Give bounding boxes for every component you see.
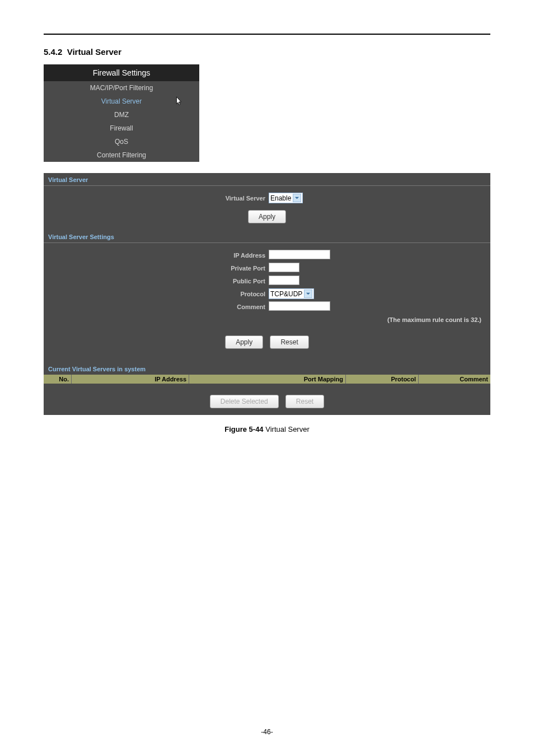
sidebar-item-label: Virtual Server — [101, 97, 142, 105]
section-heading: 5.4.2 Virtual Server — [44, 47, 490, 57]
sidebar-item-content-filtering[interactable]: Content Filtering — [44, 148, 199, 162]
sidebar-item-label: MAC/IP/Port Filtering — [90, 84, 153, 92]
sidebar-item-dmz[interactable]: DMZ — [44, 108, 199, 122]
section-number: 5.4.2 — [44, 47, 62, 57]
panel1-body: Virtual Server Enable Apply — [44, 186, 490, 230]
vs-enable-label: Virtual Server — [48, 195, 265, 202]
page-number: -46- — [0, 728, 534, 736]
reset-button[interactable]: Reset — [285, 395, 324, 408]
private-port-label: Private Port — [48, 265, 265, 272]
sidebar-item-label: QoS — [115, 138, 128, 146]
protocol-value: TCP&UDP — [270, 290, 302, 298]
section-title-text: Virtual Server — [67, 47, 121, 57]
comment-label: Comment — [48, 304, 265, 310]
sidebar-item-mac-ip-port[interactable]: MAC/IP/Port Filtering — [44, 81, 199, 95]
public-port-label: Public Port — [48, 278, 265, 284]
ip-address-label: IP Address — [48, 252, 265, 259]
cursor-icon — [174, 96, 184, 107]
figure-caption-text: Virtual Server — [265, 425, 310, 433]
sidebar-item-label: DMZ — [114, 111, 129, 119]
panel2-body: IP Address Private Port Public Port Prot… — [44, 243, 490, 362]
chevron-down-icon — [304, 290, 312, 298]
panel3-title: Current Virtual Servers in system — [44, 362, 490, 375]
panel3-body: Delete Selected Reset — [44, 384, 490, 415]
delete-selected-button[interactable]: Delete Selected — [210, 395, 279, 408]
figure-label: Figure 5-44 — [224, 425, 263, 433]
ip-address-input[interactable] — [269, 250, 330, 259]
reset-button[interactable]: Reset — [270, 335, 308, 349]
public-port-input[interactable] — [269, 276, 299, 285]
col-port: Port Mapping — [189, 375, 346, 384]
vs-enable-select[interactable]: Enable — [269, 193, 303, 203]
sidebar-item-firewall[interactable]: Firewall — [44, 122, 199, 135]
protocol-select[interactable]: TCP&UDP — [269, 288, 314, 299]
sidebar-header: Firewall Settings — [44, 64, 199, 81]
figure-caption: Figure 5-44 Virtual Server — [44, 425, 490, 433]
col-no: No. — [44, 375, 72, 384]
comment-input[interactable] — [269, 301, 330, 311]
col-protocol: Protocol — [346, 375, 419, 384]
sidebar-item-qos[interactable]: QoS — [44, 135, 199, 148]
sidebar-item-virtual-server[interactable]: Virtual Server — [44, 95, 199, 108]
config-panel: Virtual Server Virtual Server Enable App… — [44, 173, 490, 415]
sidebar-menu: Firewall Settings MAC/IP/Port Filtering … — [44, 64, 199, 162]
server-table-header: No. IP Address Port Mapping Protocol Com… — [44, 375, 490, 384]
col-ip: IP Address — [72, 375, 189, 384]
vs-enable-value: Enable — [270, 194, 291, 202]
col-comment: Comment — [419, 375, 490, 384]
panel2-title: Virtual Server Settings — [44, 230, 490, 243]
panel1-title: Virtual Server — [44, 173, 490, 186]
apply-button[interactable]: Apply — [225, 335, 263, 349]
rule-count-note: (The maximum rule count is 32.) — [48, 314, 486, 323]
chevron-down-icon — [293, 194, 301, 202]
page-rule — [44, 34, 490, 35]
private-port-input[interactable] — [269, 263, 299, 272]
sidebar-item-label: Content Filtering — [97, 151, 146, 159]
protocol-label: Protocol — [48, 291, 265, 297]
apply-button[interactable]: Apply — [248, 210, 286, 223]
sidebar-item-label: Firewall — [110, 124, 133, 132]
